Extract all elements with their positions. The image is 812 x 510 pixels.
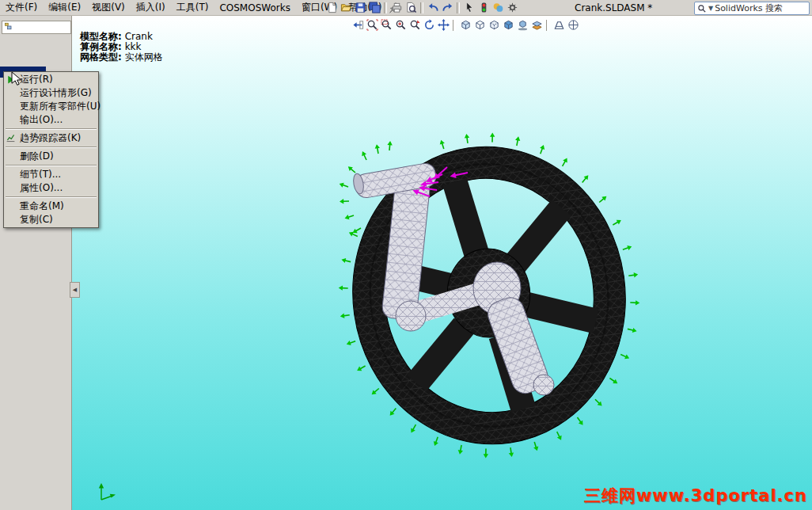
save-button[interactable] (353, 1, 367, 14)
graphics-scene[interactable] (72, 16, 812, 510)
pan-button[interactable] (436, 18, 450, 32)
view-orientation-button[interactable] (566, 18, 580, 32)
hidden-lines-button[interactable] (487, 18, 501, 32)
ctx-run-design-scenario-label: 运行设计情形(G) (20, 86, 92, 100)
zoom-to-fit-button[interactable] (365, 18, 379, 32)
study-name-value: kkk (125, 41, 142, 52)
ctx-delete-label: 删除(D) (20, 150, 54, 163)
ctx-export-label: 输出(O)... (20, 113, 63, 127)
feature-tree-tab[interactable] (2, 21, 71, 34)
model-name-label: 模型名称: (80, 31, 122, 42)
section-view-button[interactable] (529, 18, 544, 32)
menu-separator (6, 165, 97, 166)
menu-insert[interactable]: 插入(I) (131, 0, 171, 16)
rotate-view-button[interactable] (422, 18, 436, 32)
ctx-copy[interactable]: 复制(C) (4, 213, 98, 226)
ctx-details[interactable]: 细节(T)... (4, 168, 98, 181)
toolbar-separator (384, 2, 387, 13)
toolbar-separator (420, 2, 423, 13)
zoom-to-selection-button[interactable] (408, 18, 422, 32)
rebuild-button[interactable] (476, 1, 491, 14)
ctx-details-label: 细节(T)... (20, 168, 61, 181)
ctx-properties-label: 属性(O)... (20, 181, 63, 195)
crank-pin-right (533, 375, 554, 395)
shadows-button[interactable] (515, 18, 529, 32)
ctx-update-all-components-label: 更新所有零部件(U) (20, 100, 101, 113)
menu-cosmosworks[interactable]: COSMOSWorks (214, 1, 296, 15)
redo-button[interactable] (440, 1, 454, 14)
solidworks-window: 文件(F) 编辑(E) 视图(V) 插入(I) 工具(T) COSMOSWork… (0, 0, 812, 510)
chevron-down-icon[interactable]: ▼ (708, 5, 713, 12)
trend-tracker-icon (6, 133, 16, 143)
save-all-button[interactable] (367, 1, 381, 14)
menu-edit[interactable]: 编辑(E) (43, 0, 86, 16)
context-menu: 运行(R) 运行设计情形(G) 更新所有零部件(U) 输出(O)... 趋势跟踪… (3, 71, 99, 228)
ctx-trend-tracker[interactable]: 趋势跟踪器(K) (4, 131, 98, 145)
zoom-to-area-button[interactable] (379, 18, 393, 32)
ctx-run-design-scenario[interactable]: 运行设计情形(G) (4, 86, 98, 100)
print-preview-button[interactable] (404, 1, 418, 14)
mesh-type-label: 网格类型: (80, 51, 122, 63)
menu-separator (6, 196, 97, 198)
open-button[interactable] (339, 1, 353, 14)
toolbar-separator (546, 20, 549, 31)
solidworks-search[interactable]: ▼ SolidWorks 搜索 (694, 2, 810, 15)
search-placeholder[interactable]: SolidWorks 搜索 (715, 2, 783, 14)
study-name-label: 算例名称: (80, 41, 122, 52)
panel-collapse-button[interactable]: ◀ (70, 282, 80, 298)
origin-triad (99, 483, 116, 500)
select-button[interactable] (462, 1, 476, 14)
graphics-area[interactable]: 模型名称: Crank 算例名称: kkk 网格类型: 实体网格 (72, 16, 812, 510)
menu-separator (6, 147, 97, 148)
ctx-copy-label: 复制(C) (20, 213, 53, 226)
view-toolbar (351, 18, 580, 32)
previous-view-button[interactable] (351, 18, 365, 32)
ctx-run-label: 运行(R) (20, 73, 53, 86)
menu-tools[interactable]: 工具(T) (171, 0, 214, 16)
shaded-button[interactable] (501, 18, 515, 32)
mesh-type-line: 网格类型: 实体网格 (80, 52, 163, 63)
main-area: ◀ 模型名 (0, 16, 812, 510)
ctx-export[interactable]: 输出(O)... (4, 113, 98, 127)
ctx-update-all-components[interactable]: 更新所有零部件(U) (4, 100, 98, 113)
new-document-button[interactable] (324, 1, 339, 14)
options-button[interactable] (505, 1, 519, 14)
standard-toolbar (324, 1, 519, 14)
ctx-rename-label: 重命名(M) (20, 200, 64, 213)
mesh-type-value: 实体网格 (125, 51, 163, 63)
toolbar-separator (453, 20, 456, 31)
toolbar-separator (457, 2, 460, 13)
standard-views-button[interactable] (458, 18, 472, 32)
ctx-delete[interactable]: 删除(D) (4, 150, 98, 163)
mouse-cursor (11, 71, 22, 86)
ctx-trend-tracker-label: 趋势跟踪器(K) (20, 131, 81, 145)
model-name-value: Crank (125, 31, 153, 42)
ctx-rename[interactable]: 重命名(M) (4, 200, 98, 213)
assembly-tree-icon (4, 21, 13, 33)
undo-button[interactable] (426, 1, 440, 14)
print-button[interactable] (389, 1, 404, 14)
edit-appearance-button[interactable] (491, 1, 505, 14)
menu-view[interactable]: 视图(V) (86, 0, 131, 16)
zoom-in-out-button[interactable] (393, 18, 408, 32)
menu-file[interactable]: 文件(F) (0, 0, 43, 16)
crank-pin (396, 301, 426, 331)
window-title: Crank.SLDASM * (575, 2, 652, 13)
model-info: 模型名称: Crank 算例名称: kkk 网格类型: 实体网格 (80, 32, 163, 63)
search-icon (697, 4, 707, 13)
wireframe-button[interactable] (472, 18, 487, 32)
perspective-button[interactable] (552, 18, 566, 32)
ctx-properties[interactable]: 属性(O)... (4, 181, 98, 195)
watermark: 三维网www.3dportal.cn (584, 485, 807, 507)
menu-separator (6, 128, 97, 130)
menu-bar: 文件(F) 编辑(E) 视图(V) 插入(I) 工具(T) COSMOSWork… (0, 0, 812, 16)
